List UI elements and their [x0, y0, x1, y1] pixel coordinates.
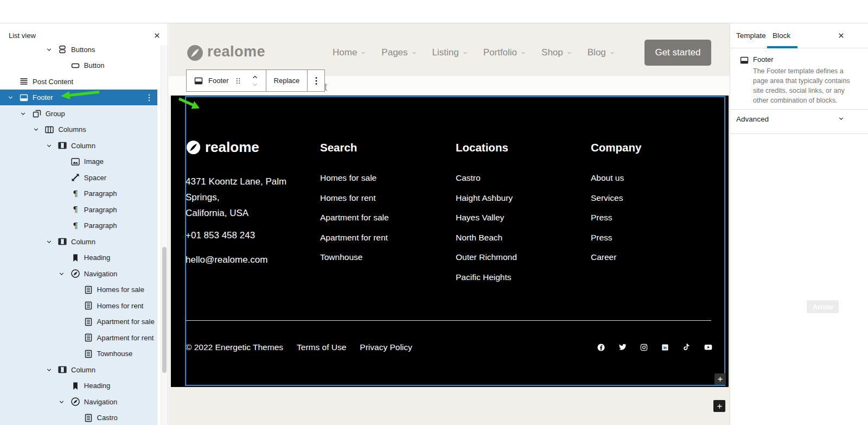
list-view-row-navigation[interactable]: Navigation: [0, 265, 157, 282]
site-brand[interactable]: realome: [207, 43, 265, 60]
list-view-row-buttons[interactable]: Buttons: [0, 41, 157, 58]
list-view-row-columns[interactable]: Columns: [0, 122, 157, 138]
nav-item-listing[interactable]: Listing: [432, 47, 468, 58]
twitter-icon[interactable]: [618, 342, 627, 352]
expander-chevron-icon[interactable]: [44, 46, 54, 53]
footer-link[interactable]: Career: [591, 252, 616, 262]
footer-link[interactable]: Homes for rent: [320, 193, 376, 203]
footer-link[interactable]: Press: [591, 213, 612, 223]
footer-block-icon: [193, 75, 204, 86]
expander-chevron-icon[interactable]: [31, 126, 41, 133]
chevron-down-icon: [838, 115, 845, 122]
list-view-row-navigation[interactable]: Navigation: [0, 394, 157, 410]
footer-link[interactable]: Castro: [456, 173, 481, 183]
footer-link[interactable]: Townhouse: [320, 252, 362, 262]
list-view-row-column[interactable]: Column: [0, 361, 157, 378]
list-view-row-group[interactable]: Group: [0, 105, 157, 122]
move-up-button[interactable]: [251, 73, 259, 81]
footer-link[interactable]: Outer Richmond: [456, 252, 517, 262]
block-label: Column: [71, 238, 95, 246]
list-view-row-castro[interactable]: Castro: [0, 410, 157, 425]
nav-item-home[interactable]: Home: [333, 47, 366, 58]
list-view-row-homes-for-sale[interactable]: Homes for sale: [0, 282, 157, 298]
list-view-row-paragraph[interactable]: ¶Paragraph: [0, 218, 157, 234]
nav-item-blog[interactable]: Blog: [588, 47, 615, 58]
expander-chevron-icon[interactable]: [57, 270, 67, 277]
row-options-button[interactable]: [144, 93, 154, 103]
advanced-panel-toggle[interactable]: Advanced: [736, 115, 769, 123]
drag-handle-icon[interactable]: [233, 76, 243, 86]
tab-block[interactable]: Block: [773, 31, 790, 40]
expander-chevron-icon[interactable]: [44, 366, 54, 373]
facebook-icon[interactable]: [597, 343, 605, 352]
nav-item-pages[interactable]: Pages: [381, 47, 417, 58]
block-appender-button[interactable]: [714, 373, 726, 385]
footer-link[interactable]: Pacific Heights: [456, 272, 512, 282]
nav-item-shop[interactable]: Shop: [541, 47, 572, 58]
footer-link[interactable]: Hayes Valley: [456, 213, 504, 223]
list-view-row-spacer[interactable]: Spacer: [0, 169, 157, 186]
footer-column-heading: Company: [591, 141, 641, 154]
chevron-down-icon: [566, 50, 572, 56]
tiktok-icon[interactable]: [682, 342, 691, 352]
list-view-row-column[interactable]: Column: [0, 233, 157, 250]
get-started-button[interactable]: Get started: [644, 40, 711, 66]
list-view-row-heading[interactable]: Heading: [0, 378, 157, 394]
expander-chevron-icon[interactable]: [44, 238, 54, 245]
block-label: Footer: [33, 93, 53, 102]
footer-link[interactable]: Haight Ashbury: [456, 193, 513, 203]
expander-chevron-icon[interactable]: [57, 398, 67, 405]
footer-link[interactable]: North Beach: [456, 233, 502, 243]
youtube-icon[interactable]: [704, 342, 713, 352]
list-view-row-footer[interactable]: Footer: [0, 90, 157, 106]
block-label: Spacer: [84, 174, 106, 182]
tab-template[interactable]: Template: [736, 31, 766, 40]
instagram-icon[interactable]: [640, 343, 648, 352]
footer-link[interactable]: Homes for sale: [320, 173, 376, 183]
footer-divider: [186, 320, 711, 321]
block-label: Paragraph: [84, 206, 117, 214]
block-label: Post Content: [33, 78, 73, 86]
list-view-row-column[interactable]: Column: [0, 137, 157, 154]
list-view-row-apartment-for-sale[interactable]: Apartment for sale: [0, 314, 157, 330]
list-view-row-heading[interactable]: Heading: [0, 250, 157, 266]
replace-button[interactable]: Replace: [266, 70, 308, 91]
move-down-button[interactable]: [251, 81, 259, 88]
footer-logo[interactable]: [186, 140, 201, 155]
chevron-down-icon: [609, 50, 615, 56]
nav-item-portfolio[interactable]: Portfolio: [483, 47, 526, 58]
image-block-icon: [70, 156, 81, 167]
linkedin-icon[interactable]: in: [661, 343, 669, 352]
site-logo[interactable]: [187, 45, 203, 61]
list-view-row-paragraph[interactable]: ¶Paragraph: [0, 186, 157, 202]
block-options-button[interactable]: [307, 70, 324, 91]
footer-link[interactable]: Apartment for sale: [320, 213, 389, 223]
expander-chevron-icon[interactable]: [44, 142, 54, 149]
chevron-down-icon: [360, 50, 366, 56]
legal-link[interactable]: Privacy Policy: [360, 342, 412, 352]
list-view-row-button[interactable]: Button: [0, 58, 157, 74]
expander-chevron-icon[interactable]: [18, 110, 28, 117]
list-view-row-image[interactable]: Image: [0, 154, 157, 170]
list-view-row-post-content[interactable]: Post Content: [0, 73, 157, 90]
close-list-view-button[interactable]: [153, 31, 161, 40]
footer-link[interactable]: About us: [591, 173, 624, 183]
buttons-block-icon: [57, 44, 68, 55]
block-label: Apartment for sale: [97, 318, 155, 326]
footer-bottom-bar: © 2022 Energetic Themes Terms of UsePriv…: [186, 342, 412, 352]
scrollbar-thumb[interactable]: [162, 247, 167, 373]
footer-link[interactable]: Apartment for rent: [320, 233, 388, 243]
list-view-row-paragraph[interactable]: ¶Paragraph: [0, 201, 157, 218]
close-sidebar-button[interactable]: [837, 31, 845, 40]
expander-chevron-icon[interactable]: [5, 94, 15, 101]
block-appender-button[interactable]: [713, 400, 725, 412]
footer-link[interactable]: Services: [591, 193, 623, 203]
list-view-row-apartment-for-rent[interactable]: Apartment for rent: [0, 329, 157, 346]
footer-link[interactable]: Press: [591, 233, 612, 243]
list-view-row-townhouse[interactable]: Townhouse: [0, 346, 157, 362]
button-block-icon: [70, 60, 81, 71]
list-view-row-homes-for-rent[interactable]: Homes for rent: [0, 297, 157, 314]
legal-link[interactable]: Terms of Use: [297, 342, 346, 352]
block-label: Homes for rent: [97, 302, 144, 310]
divider: [730, 134, 868, 134]
